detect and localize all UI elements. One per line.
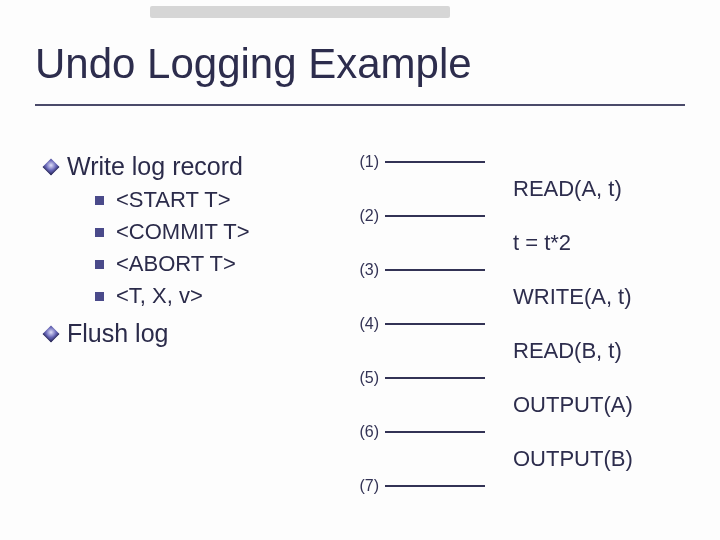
step-number: (6) bbox=[345, 423, 385, 441]
list-item: <START T> bbox=[95, 187, 345, 213]
step-line bbox=[385, 215, 485, 217]
step-row: (2) bbox=[345, 202, 690, 230]
decorative-topbar bbox=[150, 6, 450, 18]
list-item: Write log record bbox=[45, 152, 345, 181]
square-bullet-icon bbox=[95, 228, 104, 237]
step-line bbox=[385, 431, 485, 433]
bullet-label: <T, X, v> bbox=[116, 283, 203, 309]
bullet-label: <COMMIT T> bbox=[116, 219, 250, 245]
bullet-label: Write log record bbox=[67, 152, 243, 181]
step-number: (1) bbox=[345, 153, 385, 171]
step-row: (1) bbox=[345, 148, 690, 176]
list-item: <ABORT T> bbox=[95, 251, 345, 277]
steps-column: (1) READ(A, t) (2) t = t*2 (3) WRITE(A, … bbox=[345, 148, 690, 520]
content-area: Write log record <START T> <COMMIT T> <A… bbox=[45, 148, 690, 520]
step-number: (4) bbox=[345, 315, 385, 333]
step-number: (5) bbox=[345, 369, 385, 387]
step-line bbox=[385, 377, 485, 379]
step-row: (5) bbox=[345, 364, 690, 392]
bullet-label: <ABORT T> bbox=[116, 251, 236, 277]
step-number: (7) bbox=[345, 477, 385, 495]
step-line bbox=[385, 161, 485, 163]
step-line bbox=[385, 269, 485, 271]
step-row: (4) bbox=[345, 310, 690, 338]
step-label: OUTPUT(A) bbox=[513, 394, 690, 416]
step-line bbox=[385, 485, 485, 487]
step-number: (2) bbox=[345, 207, 385, 225]
step-label: READ(A, t) bbox=[513, 178, 690, 200]
bullet-list: Write log record <START T> <COMMIT T> <A… bbox=[45, 148, 345, 520]
step-label: WRITE(A, t) bbox=[513, 286, 690, 308]
bullet-label: Flush log bbox=[67, 319, 168, 348]
step-label: OUTPUT(B) bbox=[513, 448, 690, 470]
step-row: (6) bbox=[345, 418, 690, 446]
list-item: <T, X, v> bbox=[95, 283, 345, 309]
square-bullet-icon bbox=[95, 260, 104, 269]
diamond-bullet-icon bbox=[43, 158, 60, 175]
step-label: READ(B, t) bbox=[513, 340, 690, 362]
list-item: Flush log bbox=[45, 319, 345, 348]
step-line bbox=[385, 323, 485, 325]
list-item: <COMMIT T> bbox=[95, 219, 345, 245]
step-number: (3) bbox=[345, 261, 385, 279]
square-bullet-icon bbox=[95, 292, 104, 301]
square-bullet-icon bbox=[95, 196, 104, 205]
slide-title: Undo Logging Example bbox=[35, 40, 685, 106]
step-row: (7) bbox=[345, 472, 690, 500]
step-row: (3) bbox=[345, 256, 690, 284]
bullet-label: <START T> bbox=[116, 187, 231, 213]
step-label: t = t*2 bbox=[513, 232, 690, 254]
diamond-bullet-icon bbox=[43, 325, 60, 342]
